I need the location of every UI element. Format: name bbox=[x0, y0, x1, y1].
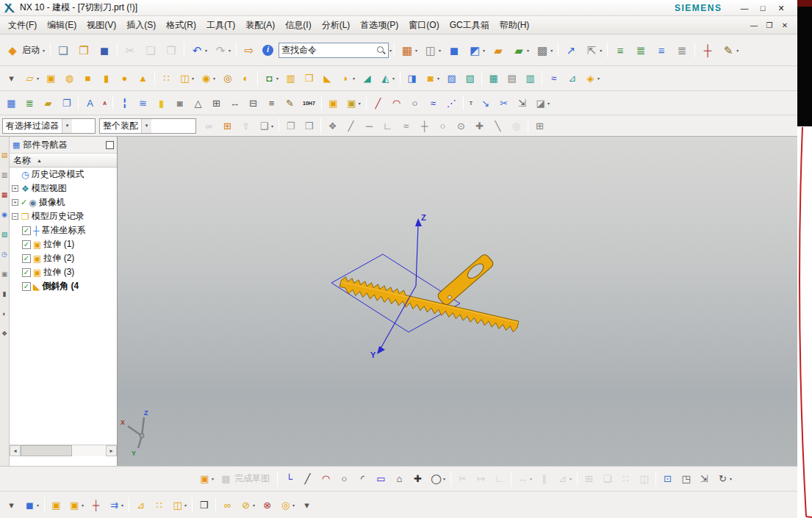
grid-snap-table-button[interactable]: ⊞ bbox=[531, 116, 548, 135]
shell-button[interactable]: ❒ bbox=[301, 69, 317, 88]
dimension-horizontal-button[interactable]: ↔ bbox=[226, 93, 243, 112]
edit-object-button[interactable]: ✎ bbox=[281, 93, 298, 112]
orient-view-button[interactable]: ◩▾ bbox=[465, 39, 487, 61]
menu-item[interactable]: 编辑(E) bbox=[42, 16, 82, 34]
undo-button[interactable]: ↶▾ bbox=[187, 39, 209, 61]
spell-check-button[interactable]: A bbox=[82, 93, 98, 112]
scroll-left-button[interactable]: ◂ bbox=[10, 445, 21, 456]
swept-button[interactable]: ◨ bbox=[403, 69, 420, 88]
assembly-constraints-button[interactable]: ⇉▾ bbox=[106, 495, 126, 514]
mirror-assembly-button[interactable]: ◫▾ bbox=[169, 495, 189, 514]
search-icon[interactable] bbox=[376, 46, 386, 55]
tree-item-model-history[interactable]: −❒模型历史记录 bbox=[10, 209, 117, 223]
close-button[interactable]: ✕ bbox=[775, 4, 787, 13]
sketch-task-button[interactable]: ▣▾ bbox=[196, 470, 216, 489]
mdi-window-button[interactable]: ❐ bbox=[764, 21, 775, 29]
display-constraints-button[interactable]: ⊞ bbox=[581, 470, 597, 489]
select-rectangle-button[interactable]: ❑▾ bbox=[256, 116, 276, 135]
intersect-button[interactable]: ◐ bbox=[237, 69, 254, 88]
auto-constrain-button[interactable]: ⊿▾ bbox=[554, 470, 574, 489]
pattern-curve-button[interactable]: ∷ bbox=[617, 470, 634, 489]
wave-geometry-linker-button[interactable]: ∞ bbox=[219, 495, 236, 514]
manufacturing-wizard-tab-button[interactable]: ▮ bbox=[0, 289, 10, 299]
box-gold-button[interactable]: ▣ bbox=[325, 93, 342, 112]
note-button[interactable]: ≡ bbox=[263, 93, 280, 112]
line-tool-button[interactable]: ╱ bbox=[370, 93, 387, 112]
arc-tool-button[interactable]: ◠ bbox=[388, 93, 405, 112]
navigator-column-header[interactable]: 名称 ▲ bbox=[10, 154, 117, 168]
make-corner-button[interactable]: ∟ bbox=[491, 470, 508, 489]
shade-cube-button[interactable]: ❒ bbox=[301, 116, 317, 135]
tree-item-datum-csys[interactable]: ✓┼基准坐标系 bbox=[10, 223, 117, 237]
add-component-button[interactable]: ▣▾ bbox=[66, 495, 86, 514]
view-palette-tab-button[interactable]: ▧ bbox=[0, 229, 10, 240]
layer-stack-button[interactable]: ≣ bbox=[21, 93, 38, 112]
assembly-overflow-button[interactable]: ▾ bbox=[3, 495, 20, 514]
snap-edit-button[interactable]: ✎▾ bbox=[719, 39, 741, 61]
new-component-button[interactable]: ▣ bbox=[48, 495, 65, 514]
edge-blend-button[interactable]: ◗▾ bbox=[337, 69, 357, 88]
selection-chain-button[interactable]: ∞ bbox=[201, 116, 218, 135]
scroll-right-button[interactable]: ▸ bbox=[106, 445, 117, 456]
scroll-track[interactable] bbox=[21, 445, 106, 456]
snap-circle-button[interactable]: ○ bbox=[434, 116, 451, 135]
patch-surface-button[interactable]: ▤ bbox=[503, 69, 520, 88]
visibility-checkbox[interactable]: ✓ bbox=[22, 226, 31, 235]
snap-star-button[interactable]: ❖ bbox=[324, 116, 341, 135]
undock-button[interactable] bbox=[106, 141, 114, 149]
break-wave-link-button[interactable]: ⊗ bbox=[259, 495, 276, 514]
menu-item[interactable]: GC工具箱 bbox=[445, 16, 495, 34]
arc-button[interactable]: ◠ bbox=[317, 470, 334, 489]
selection-scope-dropdown[interactable]: 整个装配 ▾ bbox=[99, 118, 196, 134]
through-curves-button[interactable]: ▨ bbox=[443, 69, 460, 88]
quick-extend-button[interactable]: ↦ bbox=[473, 470, 489, 489]
fillet-button[interactable]: ◜ bbox=[354, 470, 371, 489]
menu-item[interactable]: 窗口(O) bbox=[403, 16, 444, 34]
text-tool-button[interactable]: T bbox=[467, 93, 475, 112]
block-button[interactable]: ■ bbox=[79, 69, 96, 88]
extend-curve-button[interactable]: ⇲ bbox=[514, 93, 531, 112]
sheet-tan-button[interactable]: ▰ bbox=[40, 93, 57, 112]
spline-tool-button[interactable]: ≈ bbox=[425, 93, 442, 112]
snap-spline-button[interactable]: ≈ bbox=[398, 116, 414, 135]
history-tab-button[interactable]: ◷ bbox=[0, 249, 10, 259]
visibility-checkbox[interactable]: ✓ bbox=[22, 254, 31, 263]
command-search-input[interactable] bbox=[281, 45, 376, 55]
project-curve-button[interactable]: ⊿ bbox=[564, 69, 581, 88]
layer-visible-in-view-button[interactable]: ≣ bbox=[631, 39, 650, 61]
view-background-button[interactable]: ▩▾ bbox=[533, 39, 555, 61]
remember-constraints-button[interactable]: ⊿ bbox=[132, 495, 149, 514]
mdi-window-button[interactable]: ✕ bbox=[780, 21, 790, 29]
quick-dimension-button[interactable]: ↔▾ bbox=[514, 470, 534, 489]
pattern-component-button[interactable]: ∷ bbox=[151, 495, 168, 514]
flow-arrow-button[interactable]: ↘ bbox=[477, 93, 494, 112]
cylinder-tool-button[interactable]: ▮ bbox=[153, 93, 170, 112]
unite-button[interactable]: ◉▾ bbox=[198, 69, 218, 88]
profile-button[interactable]: └ bbox=[281, 470, 298, 489]
menu-item[interactable]: 帮助(H) bbox=[495, 16, 535, 34]
hole-button[interactable]: ◘▾ bbox=[261, 69, 281, 88]
interpart-link-browser-button[interactable]: ◎▾ bbox=[277, 495, 297, 514]
scroll-thumb[interactable] bbox=[21, 445, 72, 456]
menu-item[interactable]: 装配(A) bbox=[240, 16, 280, 34]
highlight-cube-button[interactable]: ❐ bbox=[282, 116, 299, 135]
finish-sketch-button[interactable]: ▩完成草图 bbox=[218, 470, 274, 489]
tree-item-extrude-3[interactable]: ✓▣拉伸 (3) bbox=[10, 265, 117, 279]
ellipse-button[interactable]: ◯▾ bbox=[428, 470, 448, 489]
copy-button[interactable]: ❏ bbox=[141, 39, 160, 61]
snap-tangent-button[interactable]: ╲ bbox=[489, 116, 506, 135]
circle-button[interactable]: ○ bbox=[336, 470, 353, 489]
offset-curve-button[interactable]: ❏ bbox=[599, 470, 616, 489]
exploded-views-button[interactable]: ❒ bbox=[195, 495, 212, 514]
expand-toggle-icon[interactable]: − bbox=[12, 213, 18, 220]
redo-button[interactable]: ↷▾ bbox=[211, 39, 233, 61]
selection-filter-dropdown[interactable]: 有选择过滤器 ▾ bbox=[2, 118, 96, 134]
tree-item-chamfer-4[interactable]: ✓◣倒斜角 (4 bbox=[10, 279, 117, 293]
info-window-button[interactable]: i bbox=[260, 39, 276, 61]
snap-grid-button[interactable]: ▦ bbox=[3, 93, 20, 112]
tree-item-cameras[interactable]: +✓◉摄像机 bbox=[10, 195, 117, 209]
move-to-layer-button[interactable]: ≣ bbox=[672, 39, 691, 61]
mirror-feature-button[interactable]: ◫▾ bbox=[176, 69, 196, 88]
quick-trim-button[interactable]: ✂ bbox=[454, 470, 471, 489]
menu-item[interactable]: 首选项(P) bbox=[355, 16, 403, 34]
